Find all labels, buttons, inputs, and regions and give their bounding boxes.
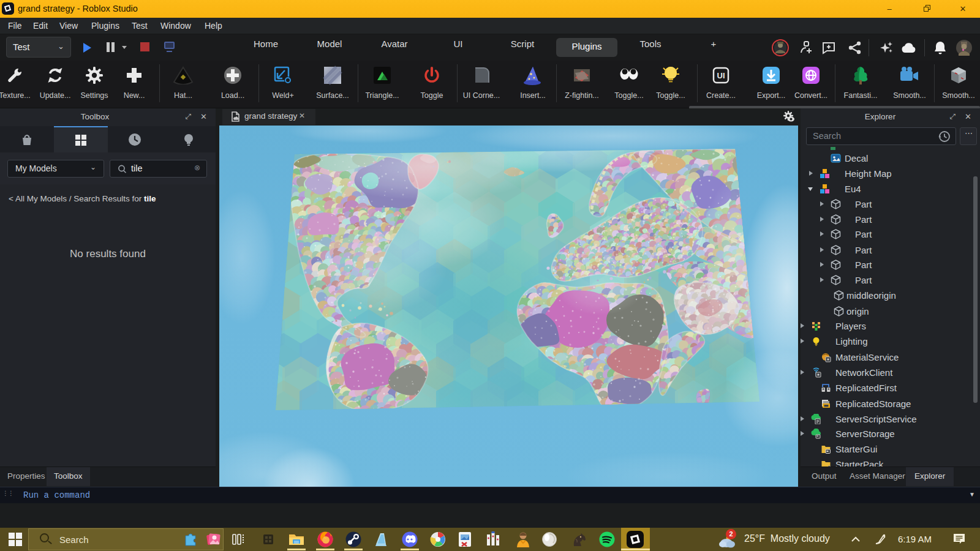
svg-text:UI: UI	[717, 71, 725, 80]
